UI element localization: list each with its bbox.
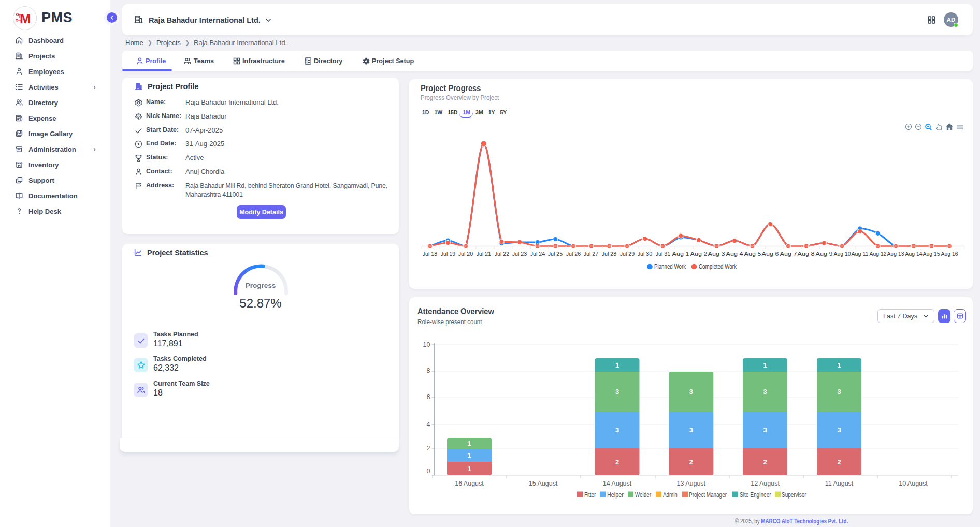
- svg-text:Aug 15: Aug 15: [923, 250, 940, 257]
- svg-text:2: 2: [837, 458, 841, 466]
- svg-text:Jul 18: Jul 18: [423, 250, 438, 257]
- svg-text:Aug 11: Aug 11: [852, 250, 869, 257]
- svg-text:Jul 25: Jul 25: [548, 250, 563, 257]
- svg-text:Helper: Helper: [607, 491, 624, 499]
- svg-text:12 August: 12 August: [751, 480, 780, 487]
- svg-text:Aug 13: Aug 13: [887, 250, 904, 257]
- svg-text:Aug 5: Aug 5: [744, 250, 761, 257]
- svg-text:2: 2: [615, 458, 619, 466]
- svg-text:Supervisor: Supervisor: [782, 491, 806, 499]
- svg-text:11 August: 11 August: [825, 480, 854, 487]
- svg-text:3: 3: [615, 388, 619, 396]
- svg-text:Aug 12: Aug 12: [870, 250, 887, 257]
- svg-text:Aug 3: Aug 3: [708, 250, 725, 257]
- svg-text:3: 3: [689, 388, 693, 396]
- svg-text:1: 1: [615, 361, 619, 369]
- svg-text:Aug 14: Aug 14: [905, 250, 923, 257]
- svg-text:0: 0: [427, 467, 430, 475]
- svg-text:1: 1: [837, 361, 841, 369]
- svg-text:10 August: 10 August: [899, 480, 928, 487]
- svg-text:Aug 16: Aug 16: [941, 250, 958, 257]
- svg-text:Aug 2: Aug 2: [690, 250, 708, 257]
- svg-text:Jul 21: Jul 21: [477, 250, 492, 257]
- svg-text:Aug 9: Aug 9: [816, 250, 833, 257]
- svg-text:2: 2: [689, 458, 693, 466]
- svg-text:14 August: 14 August: [603, 480, 632, 487]
- svg-text:3: 3: [763, 388, 767, 396]
- svg-text:Jul 26: Jul 26: [566, 250, 581, 257]
- svg-text:Fitter: Fitter: [584, 491, 596, 499]
- svg-text:3: 3: [837, 426, 841, 434]
- svg-text:10: 10: [423, 341, 430, 348]
- svg-text:Jul 19: Jul 19: [441, 250, 456, 257]
- svg-text:Admin: Admin: [663, 491, 678, 499]
- svg-text:6: 6: [427, 393, 430, 401]
- svg-text:15 August: 15 August: [529, 480, 558, 487]
- svg-text:3: 3: [615, 426, 619, 434]
- svg-text:1: 1: [763, 361, 767, 369]
- svg-text:4: 4: [427, 421, 430, 428]
- svg-text:Jul 23: Jul 23: [512, 250, 527, 257]
- svg-text:Welder: Welder: [635, 491, 651, 499]
- svg-text:Planned Work: Planned Work: [654, 263, 686, 270]
- svg-text:2: 2: [427, 445, 430, 452]
- svg-text:Project Manager: Project Manager: [689, 491, 727, 499]
- svg-text:Aug 4: Aug 4: [726, 250, 744, 257]
- svg-text:8: 8: [427, 367, 430, 374]
- svg-text:3: 3: [837, 388, 841, 396]
- svg-text:Jul 24: Jul 24: [530, 250, 545, 257]
- svg-text:Aug 10: Aug 10: [834, 250, 851, 257]
- svg-text:Aug 6: Aug 6: [762, 250, 779, 257]
- svg-text:2: 2: [763, 458, 767, 466]
- svg-text:Jul 28: Jul 28: [602, 250, 617, 257]
- svg-text:Jul 22: Jul 22: [495, 250, 510, 257]
- svg-text:Aug 8: Aug 8: [798, 250, 815, 257]
- svg-text:Aug 7: Aug 7: [780, 250, 797, 257]
- svg-text:Aug 1: Aug 1: [672, 250, 689, 257]
- svg-text:Jul 29: Jul 29: [620, 250, 635, 257]
- svg-text:16 August: 16 August: [455, 480, 484, 487]
- svg-text:Jul 30: Jul 30: [638, 250, 653, 257]
- svg-text:Jul 27: Jul 27: [584, 250, 599, 257]
- svg-text:M: M: [20, 11, 31, 26]
- svg-text:1: 1: [467, 451, 471, 459]
- svg-text:1: 1: [467, 440, 471, 447]
- svg-text:Completed Work: Completed Work: [699, 263, 737, 270]
- svg-text:Site Engineer: Site Engineer: [740, 491, 771, 499]
- svg-text:3: 3: [763, 426, 767, 434]
- svg-text:1: 1: [467, 465, 471, 473]
- svg-text:Jul 20: Jul 20: [458, 250, 473, 257]
- svg-text:3: 3: [689, 426, 693, 434]
- svg-text:13 August: 13 August: [676, 480, 705, 487]
- svg-text:Jul 31: Jul 31: [656, 250, 671, 257]
